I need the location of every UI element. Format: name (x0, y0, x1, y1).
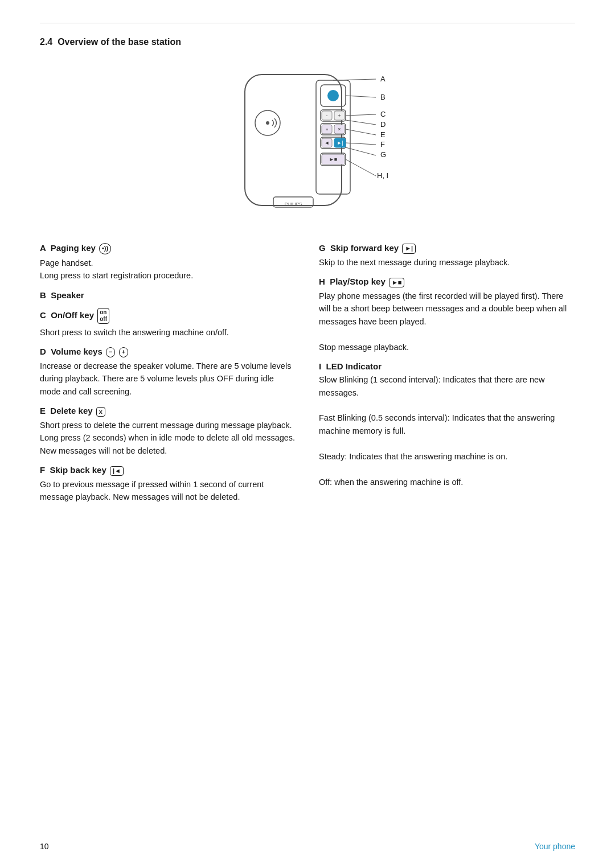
key-section-B: B Speaker (40, 290, 296, 300)
svg-text:E: E (380, 130, 386, 139)
skipforward-icon: ►| (402, 244, 416, 253)
section-number: 2.4 (40, 37, 52, 47)
paging-icon: •)) (99, 243, 111, 254)
svg-text:B: B (380, 93, 386, 101)
svg-text:C: C (380, 110, 386, 118)
key-heading-H: H Play/Stop key ►■ (319, 277, 575, 287)
diagram-area: PHILIPS - + (40, 63, 575, 223)
volume-plus-icon: + (119, 347, 128, 357)
svg-text:-: - (326, 113, 328, 118)
svg-point-7 (327, 90, 339, 101)
key-body-I: Slow Blinking (1 second interval): Indic… (319, 373, 575, 488)
key-body-H: Play phone messages (the first recorded … (319, 290, 575, 353)
svg-text:G: G (380, 150, 386, 159)
key-body-F: Go to previous message if pressed within… (40, 478, 296, 504)
two-col-layout: A Paging key •)) Page handset. Long pres… (40, 243, 575, 512)
key-body-E: Short press to delete the current messag… (40, 419, 296, 457)
key-section-C: C On/Off key onoff Short press to switch… (40, 308, 296, 339)
device-diagram: PHILIPS - + (211, 63, 404, 223)
page-number: 10 (40, 842, 49, 851)
page-footer: 10 Your phone (40, 842, 575, 851)
col-right: G Skip forward key ►| Skip to the next m… (319, 243, 575, 512)
svg-text:F: F (380, 140, 385, 149)
key-section-G: G Skip forward key ►| Skip to the next m… (319, 243, 575, 269)
key-section-E: E Delete key x Short press to delete the… (40, 406, 296, 457)
svg-point-4 (266, 121, 269, 125)
base-station-svg: PHILIPS - + (211, 63, 404, 223)
top-rule (40, 23, 575, 23)
svg-text:A: A (380, 75, 386, 83)
playstop-icon: ►■ (389, 278, 405, 287)
key-section-H: H Play/Stop key ►■ Play phone messages (… (319, 277, 575, 353)
volume-icon: − (106, 347, 115, 357)
delete-icon: x (96, 407, 105, 417)
key-body-D: Increase or decrease the speaker volume.… (40, 360, 296, 398)
svg-line-26 (333, 79, 376, 80)
svg-text:PHILIPS: PHILIPS (285, 201, 302, 207)
key-heading-D: D Volume keys − + (40, 347, 296, 357)
svg-text:◄: ◄ (325, 140, 330, 146)
key-heading-A: A Paging key •)) (40, 243, 296, 254)
page-container: 2.4 Overview of the base station PHILIPS (0, 0, 615, 546)
section-label: Your phone (535, 842, 575, 851)
key-heading-F: F Skip back key |◄ (40, 465, 296, 476)
section-title: 2.4 Overview of the base station (40, 37, 575, 47)
svg-text:×: × (338, 126, 341, 132)
onoff-icon: onoff (97, 308, 109, 324)
svg-text:D: D (380, 120, 386, 129)
svg-text:+: + (338, 113, 341, 118)
key-body-A: Page handset. Long press to start regist… (40, 257, 296, 282)
svg-text:►|: ►| (337, 140, 343, 146)
key-body-G: Skip to the next message during message … (319, 256, 575, 269)
key-heading-I: I LED Indicator (319, 361, 575, 371)
key-heading-E: E Delete key x (40, 406, 296, 417)
key-heading-B: B Speaker (40, 290, 296, 300)
key-heading-C: C On/Off key onoff (40, 308, 296, 324)
col-left: A Paging key •)) Page handset. Long pres… (40, 243, 296, 512)
key-body-C: Short press to switch the answering mach… (40, 326, 296, 339)
skipback-icon: |◄ (110, 466, 124, 476)
key-section-D: D Volume keys − + Increase or decrease t… (40, 347, 296, 398)
svg-text:≡: ≡ (326, 127, 328, 131)
key-section-I: I LED Indicator Slow Blinking (1 second … (319, 361, 575, 488)
svg-text:H, I: H, I (377, 171, 388, 180)
key-section-A: A Paging key •)) Page handset. Long pres… (40, 243, 296, 282)
svg-text:►■: ►■ (329, 157, 337, 162)
key-heading-G: G Skip forward key ►| (319, 243, 575, 254)
section-heading-text: Overview of the base station (58, 37, 181, 47)
key-section-F: F Skip back key |◄ Go to previous messag… (40, 465, 296, 504)
